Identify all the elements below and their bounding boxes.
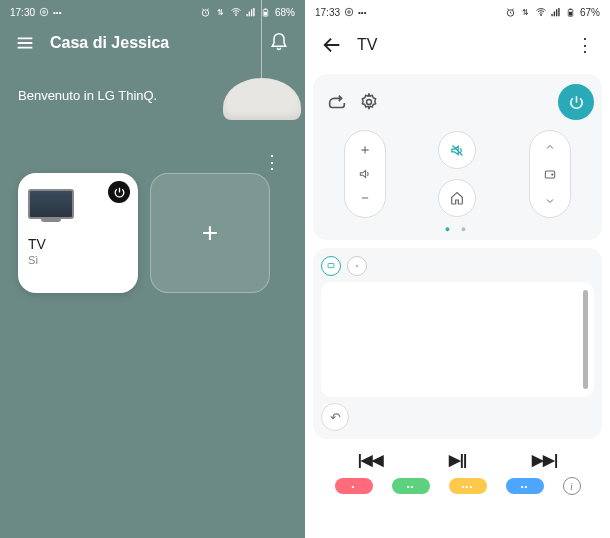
trackpad-mode-button[interactable] (321, 256, 341, 276)
device-card-tv[interactable]: TV Sì (18, 173, 138, 293)
bell-icon[interactable] (269, 32, 291, 54)
color-buttons: • •• ••• •• i (305, 475, 610, 499)
mute-button[interactable] (438, 131, 476, 169)
device-cards: ⋮ TV Sì + (0, 103, 305, 293)
svg-point-7 (348, 11, 351, 14)
channel-down-button[interactable] (544, 195, 556, 207)
status-extra: ••• (358, 8, 366, 17)
page-title: TV (357, 36, 576, 54)
svg-rect-6 (265, 8, 267, 9)
signal-icon (550, 6, 562, 18)
svg-rect-17 (328, 264, 334, 268)
notification-icon (343, 6, 355, 18)
next-button[interactable]: ▶▶| (532, 451, 557, 469)
channel-up-button[interactable] (544, 141, 556, 153)
welcome-text: Benvenuto in LG ThinQ. (0, 62, 305, 103)
cards-more-icon[interactable]: ⋮ (263, 153, 281, 171)
volume-up-button[interactable]: ＋ (358, 141, 372, 159)
svg-point-18 (356, 265, 359, 268)
page-title: Casa di Jessica (50, 34, 269, 52)
red-button[interactable]: • (335, 478, 373, 494)
svg-point-8 (345, 8, 353, 16)
remote-controls-panel: ＋ － (313, 74, 602, 240)
volume-down-button[interactable]: － (358, 189, 372, 207)
svg-point-3 (235, 15, 236, 16)
previous-button[interactable]: |◀◀ (358, 451, 383, 469)
wifi-icon (230, 6, 242, 18)
svg-point-10 (540, 15, 541, 16)
settings-icon[interactable] (353, 86, 385, 118)
back-button[interactable]: ↶ (321, 403, 349, 431)
volume-icon (358, 167, 372, 181)
play-pause-button[interactable]: ▶|| (449, 451, 466, 469)
input-icon[interactable] (321, 86, 353, 118)
info-button[interactable]: i (563, 477, 581, 495)
trackpad-panel: ↶ (313, 248, 602, 439)
device-power-icon[interactable] (108, 181, 130, 203)
trackpad[interactable] (321, 282, 594, 397)
device-title: TV (28, 236, 128, 252)
status-bar: 17:30 ••• ⇅ 68% (0, 0, 305, 24)
channel-icon (543, 167, 557, 181)
home-button[interactable] (438, 179, 476, 217)
volume-control[interactable]: ＋ － (344, 130, 386, 218)
status-time: 17:33 (315, 7, 340, 18)
status-battery: 67% (580, 7, 600, 18)
data-icon: ⇅ (215, 6, 227, 18)
alarm-icon (200, 6, 212, 18)
svg-point-14 (367, 100, 372, 105)
add-device-card[interactable]: + (150, 173, 270, 293)
home-screen: 17:30 ••• ⇅ 68% Casa di (0, 0, 305, 538)
remote-header: TV ⋮ (305, 24, 610, 66)
yellow-button[interactable]: ••• (449, 478, 487, 494)
battery-icon (565, 6, 577, 18)
status-bar: 17:33 ••• ⇅ 67% (305, 0, 610, 24)
plus-icon: + (202, 217, 218, 249)
svg-rect-13 (570, 8, 572, 9)
battery-icon (260, 6, 272, 18)
status-battery: 68% (275, 7, 295, 18)
notification-icon (38, 6, 50, 18)
status-time: 17:30 (10, 7, 35, 18)
channel-control[interactable] (529, 130, 571, 218)
signal-icon (245, 6, 257, 18)
remote-screen: 17:33 ••• ⇅ 67% TV ⋮ (305, 0, 610, 538)
menu-icon[interactable] (14, 32, 36, 54)
svg-point-1 (40, 8, 48, 16)
page-indicator: ● ● (321, 224, 594, 234)
green-button[interactable]: •• (392, 478, 430, 494)
svg-point-0 (43, 11, 46, 14)
svg-point-16 (552, 174, 553, 175)
device-status: Sì (28, 254, 128, 266)
app-header: Casa di Jessica (0, 24, 305, 62)
tv-stand-icon (41, 219, 61, 222)
svg-rect-12 (569, 11, 572, 15)
back-icon[interactable] (321, 34, 343, 56)
media-controls: |◀◀ ▶|| ▶▶| (305, 447, 610, 475)
wifi-icon (535, 6, 547, 18)
svg-rect-5 (264, 11, 267, 15)
blue-button[interactable]: •• (506, 478, 544, 494)
status-extra: ••• (53, 8, 61, 17)
tv-thumbnail-icon (28, 189, 74, 219)
scroll-bar[interactable] (583, 290, 588, 389)
power-button[interactable] (558, 84, 594, 120)
dpad-mode-button[interactable] (347, 256, 367, 276)
data-icon: ⇅ (520, 6, 532, 18)
alarm-icon (505, 6, 517, 18)
more-icon[interactable]: ⋮ (576, 34, 594, 56)
